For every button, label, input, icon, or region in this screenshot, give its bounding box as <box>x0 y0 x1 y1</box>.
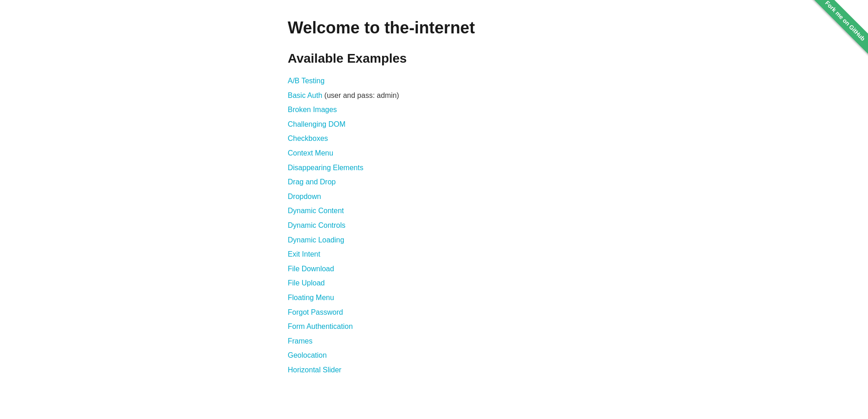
list-item: Dropdown <box>288 191 580 203</box>
link-context-menu[interactable]: Context Menu <box>288 149 334 157</box>
list-item: Dynamic Content <box>288 205 580 217</box>
link-frames[interactable]: Frames <box>288 337 313 345</box>
link-dropdown[interactable]: Dropdown <box>288 193 321 200</box>
list-item: A/B Testing <box>288 75 580 87</box>
link-disappearing-elements[interactable]: Disappearing Elements <box>288 164 363 172</box>
list-item: Form Authentication <box>288 321 580 333</box>
list-item: Context Menu <box>288 147 580 159</box>
page-title: Welcome to the-internet <box>288 18 580 38</box>
list-item: Dynamic Controls <box>288 220 580 231</box>
github-ribbon-link[interactable]: Fork me on GitHub <box>811 0 868 55</box>
list-item: File Upload <box>288 277 580 289</box>
note-basic-auth: (user and pass: admin) <box>322 91 399 99</box>
list-item: Horizontal Slider <box>288 364 580 376</box>
examples-list: A/B TestingBasic Auth (user and pass: ad… <box>288 75 580 376</box>
link-basic-auth[interactable]: Basic Auth <box>288 91 323 99</box>
link-floating-menu[interactable]: Floating Menu <box>288 294 334 301</box>
link-drag-and-drop[interactable]: Drag and Drop <box>288 178 336 186</box>
list-item: Drag and Drop <box>288 176 580 188</box>
list-item: Exit Intent <box>288 248 580 260</box>
github-ribbon[interactable]: Fork me on GitHub <box>799 0 868 69</box>
page-subtitle: Available Examples <box>288 51 580 66</box>
link-forgot-password[interactable]: Forgot Password <box>288 308 343 316</box>
list-item: Dynamic Loading <box>288 234 580 246</box>
main-content: Welcome to the-internet Available Exampl… <box>160 0 708 397</box>
link-geolocation[interactable]: Geolocation <box>288 351 327 359</box>
link-exit-intent[interactable]: Exit Intent <box>288 250 320 258</box>
list-item: Basic Auth (user and pass: admin) <box>288 90 580 102</box>
link-dynamic-controls[interactable]: Dynamic Controls <box>288 221 346 229</box>
link-dynamic-loading[interactable]: Dynamic Loading <box>288 236 345 244</box>
link-dynamic-content[interactable]: Dynamic Content <box>288 207 344 215</box>
link-file-upload[interactable]: File Upload <box>288 279 325 287</box>
link-horizontal-slider[interactable]: Horizontal Slider <box>288 366 341 374</box>
list-item: Forgot Password <box>288 306 580 318</box>
link-ab-testing[interactable]: A/B Testing <box>288 77 325 85</box>
link-form-authentication[interactable]: Form Authentication <box>288 322 353 330</box>
list-item: Frames <box>288 335 580 347</box>
link-broken-images[interactable]: Broken Images <box>288 106 337 113</box>
link-challenging-dom[interactable]: Challenging DOM <box>288 120 346 128</box>
list-item: File Download <box>288 263 580 275</box>
link-checkboxes[interactable]: Checkboxes <box>288 134 328 142</box>
list-item: Disappearing Elements <box>288 162 580 174</box>
list-item: Geolocation <box>288 349 580 361</box>
list-item: Challenging DOM <box>288 118 580 130</box>
list-item: Broken Images <box>288 104 580 116</box>
list-item: Floating Menu <box>288 292 580 304</box>
list-item: Checkboxes <box>288 133 580 145</box>
link-file-download[interactable]: File Download <box>288 265 334 273</box>
